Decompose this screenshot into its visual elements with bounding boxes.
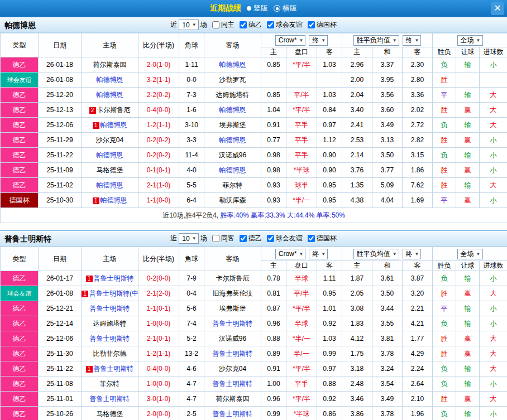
away-team-name[interactable]: 普鲁士明斯特 [213,320,253,327]
league-badge: 德乙 [1,392,39,407]
venue-filter[interactable]: 同客 [212,234,235,243]
avg-home-odds: 4.38 [342,193,372,208]
home-team-name[interactable]: 普鲁士明斯特 [90,335,130,342]
away-team-name[interactable]: 汉诺威96 [219,335,246,342]
league-checkbox[interactable] [308,21,315,28]
ah-final-select[interactable]: 终▼ [309,35,328,46]
result-goals: 小 [480,271,507,286]
result-wdl: 负 [433,271,456,286]
league-badge: 德乙 [1,407,39,420]
away-team-name[interactable]: 菲尔特 [223,181,243,189]
scope-select-arrow: ▼ [476,252,481,257]
away-team-name[interactable]: 普鲁士明斯特 [213,410,253,418]
sub-header-4: 和 [372,261,403,271]
away-team-name[interactable]: 勒沃库森 [219,196,246,204]
match-score: 3-2(1-1) [138,73,179,88]
home-team-name[interactable]: 马格德堡 [97,410,123,418]
home-team-name[interactable]: 帕德博恩 [101,121,127,129]
away-team-name[interactable]: 卡尔斯鲁厄 [216,274,250,282]
league-filter[interactable]: 德乙 [240,20,262,30]
avg-source-select[interactable]: 胜平负均值▼ [353,35,399,46]
league-filter[interactable]: 德国杯 [308,20,337,30]
away-team-name[interactable]: 荷尔斯泰因 [216,395,250,403]
scope-header-controls: 全场▼ [457,249,483,259]
away-team-name[interactable]: 帕德博恩 [219,106,246,114]
home-team-name[interactable]: 普鲁士明斯特 [94,274,134,282]
match-date: 25-11-30 [39,346,82,361]
match-row: 德乙25-12-14达姆施塔特1-0(0-0)7-4普鲁士明斯特0.96半球0.… [1,316,507,331]
home-team-name[interactable]: 沙尔克04 [96,136,123,144]
close-icon[interactable]: ✕ [491,2,504,15]
league-filter[interactable]: 德国杯 [308,234,337,243]
league-checkbox[interactable] [267,235,274,242]
league-checkbox[interactable] [240,235,247,242]
avg-draw-odds: 3.24 [372,361,403,376]
venue-filter[interactable]: 同主 [212,20,235,30]
home-team-name[interactable]: 帕德博恩 [97,181,123,189]
result-handicap: 赢 [456,193,480,208]
scope-select[interactable]: 全场▼ [457,35,483,46]
league-filter[interactable]: 球会友谊 [267,234,303,243]
league-filter[interactable]: 德乙 [240,234,262,243]
match-row: 球会友谊26-01-08帕德博恩3-2(1-1)0-0沙勒罗瓦2.003.952… [1,73,507,88]
match-score: 1-0(0-0) [138,376,179,392]
away-team-name[interactable]: 汉诺威96 [219,151,246,159]
corner-count: 11-4 [179,148,204,163]
home-team-name[interactable]: 卡尔斯鲁厄 [97,106,131,114]
venue-checkbox[interactable] [212,235,219,242]
home-team-name[interactable]: 比勒菲尔德 [93,350,127,358]
avg-source-select[interactable]: 胜平负均值▼ [353,249,399,259]
away-team-name[interactable]: 帕德博恩 [219,166,246,174]
away-team-name[interactable]: 埃弗斯堡 [219,121,246,129]
avg-final-select[interactable]: 终▼ [403,35,422,46]
ah-final-select[interactable]: 终▼ [309,249,328,259]
radio-horizontal-mode[interactable]: 横版 [274,3,297,13]
home-team-name[interactable]: 帕德博恩 [97,76,123,84]
match-score: 1-0(0-0) [138,316,179,331]
ah-source-select[interactable]: Crow*▼ [275,35,306,46]
result-wdl: 负 [433,407,456,420]
away-team-name[interactable]: 埃弗斯堡 [219,305,246,312]
away-team-name[interactable]: 普鲁士明斯特 [213,380,253,388]
home-team-name[interactable]: 马格德堡 [97,166,123,174]
match-row: 球会友谊26-01-081普鲁士明斯特(中)2-1(2-0)0-4旧海弗莱伦汶0… [1,286,507,301]
home-team-name[interactable]: 普鲁士明斯特 [94,365,134,373]
ah-away-odds: 0.92 [317,316,342,331]
radio-vertical-mode[interactable]: 竖版 [247,3,268,13]
league-checkbox[interactable] [308,235,315,242]
league-badge: 德乙 [1,118,39,133]
home-team-name[interactable]: 帕德博恩 [97,91,123,99]
venue-checkbox[interactable] [212,21,219,28]
scope-select[interactable]: 全场▼ [457,249,483,259]
away-team-name[interactable]: 达姆施塔特 [216,91,250,99]
league-filter[interactable]: 球会友谊 [267,20,303,30]
home-team-name[interactable]: 帕德博恩 [97,151,123,159]
league-checkbox[interactable] [240,21,247,28]
recent-count-select[interactable]: 10▼ [179,233,198,244]
home-team-cell: 1普鲁士明斯特 [82,271,138,286]
home-team-name[interactable]: 普鲁士明斯特 [90,395,130,403]
away-team-cell: 帕德博恩 [204,163,261,178]
home-team-name[interactable]: 普鲁士明斯特 [90,305,130,312]
away-team-name[interactable]: 沙尔克04 [219,365,246,373]
ah-source-select[interactable]: Crow*▼ [275,249,306,259]
home-team-name[interactable]: 荷尔斯泰因 [93,61,127,69]
ah-away-odds: 1.01 [317,301,342,316]
recent-count-select[interactable]: 10▼ [179,20,198,30]
home-team-name[interactable]: 帕德博恩 [101,196,127,204]
away-team-name[interactable]: 普鲁士明斯特 [213,350,253,358]
home-team-cell: 帕德博恩 [82,148,138,163]
home-team-name[interactable]: 普鲁士明斯特(中) [89,289,138,297]
away-team-name[interactable]: 旧海弗莱伦汶 [213,289,253,297]
away-team-name[interactable]: 帕德博恩 [219,61,246,69]
home-team-name[interactable]: 菲尔特 [100,380,120,388]
league-checkbox[interactable] [267,21,274,28]
ah-away-odds: 0.86 [317,407,342,420]
away-team-name[interactable]: 帕德博恩 [219,136,246,144]
away-team-cell: 帕德博恩 [204,57,261,73]
home-team-name[interactable]: 达姆施塔特 [93,320,127,327]
result-goals: 大 [480,346,507,361]
avg-final-select[interactable]: 终▼ [403,249,422,259]
match-date: 25-12-21 [39,301,82,316]
away-team-name[interactable]: 沙勒罗瓦 [219,76,246,84]
